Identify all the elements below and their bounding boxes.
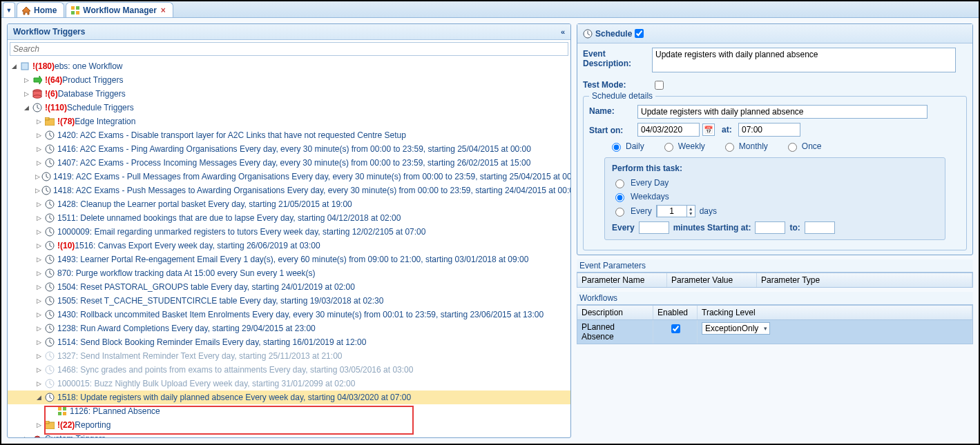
tree-schedule-item[interactable]: ▷1407: A2C Exams - Process Incoming Mess… — [8, 156, 570, 170]
expander-icon[interactable]: ▷ — [35, 173, 40, 181]
tab-bar: ▼ Home Workflow Manager × — [1, 1, 979, 18]
col-desc[interactable]: Description — [577, 306, 653, 319]
wf-enabled-checkbox[interactable] — [671, 324, 680, 333]
col-tracking[interactable]: Tracking Level — [698, 306, 972, 319]
workflow-row[interactable]: PLanned Absence ExceptionOnly — [577, 320, 973, 344]
tree-schedule-item[interactable]: ▷1511: Delete unnamed bookings that are … — [8, 211, 570, 225]
tree-schedule-item-disabled[interactable]: ▷1468: Sync grades and points from exams… — [8, 363, 570, 377]
expander-icon[interactable]: ▷ — [35, 366, 43, 374]
tree-schedule-item-disabled[interactable]: ▷1327: Send Instalment Reminder Text Eve… — [8, 349, 570, 363]
tree-item-label: 1468: Sync grades and points from exams … — [57, 365, 413, 375]
expander-icon[interactable]: ▷ — [35, 228, 43, 236]
triggers-tree[interactable]: ◢!(180)ebs: one Workflow▷!(64)Product Tr… — [8, 58, 570, 437]
tree-schedule-item[interactable]: ▷1000009: Email regarding unmarked regis… — [8, 225, 570, 239]
schedule-enabled-checkbox[interactable] — [635, 29, 644, 38]
calendar-icon[interactable]: 📅 — [702, 123, 715, 136]
tab-home[interactable]: Home — [17, 2, 64, 17]
freq-monthly[interactable]: Monthly — [722, 141, 768, 152]
tree-schedule-item[interactable]: ▷1419: A2C Exams - Pull Messages from Aw… — [8, 170, 570, 184]
to-input[interactable] — [805, 221, 835, 234]
tree-selected-item[interactable]: ◢1518: Update registers with daily plann… — [8, 390, 570, 404]
expander-icon[interactable]: ▷ — [35, 297, 43, 305]
test-mode-checkbox[interactable] — [655, 81, 664, 90]
tree-schedule-item[interactable]: ▷1514: Send Block Booking Reminder Email… — [8, 335, 570, 349]
expander-icon[interactable]: ▷ — [35, 242, 43, 250]
expander-icon[interactable]: ▷ — [35, 215, 43, 222]
expander-icon[interactable]: ▷ — [35, 132, 43, 139]
expander-icon[interactable]: ▷ — [23, 90, 30, 98]
expander-icon[interactable]: ▷ — [35, 146, 43, 153]
tree-schedule-item[interactable]: ▷1416: A2C Exams - Ping Awarding Organis… — [8, 142, 570, 156]
expander-icon[interactable]: ▷ — [35, 339, 43, 346]
expander-icon[interactable]: ▷ — [35, 380, 43, 388]
expander-icon[interactable]: ◢ — [35, 394, 43, 402]
tree-root[interactable]: ◢!(180)ebs: one Workflow — [8, 59, 570, 73]
expander-icon[interactable] — [48, 408, 55, 415]
expander-icon[interactable]: ▷ — [35, 256, 43, 264]
tree-custom-triggers[interactable]: ▷Custom Triggers — [8, 432, 570, 437]
expander-icon[interactable]: ◢ — [10, 63, 18, 70]
tree-edge-integration[interactable]: ▷!(78)Edge Integration — [8, 115, 570, 128]
expander-icon[interactable]: ◢ — [23, 104, 30, 112]
col-param-type[interactable]: Parameter Type — [757, 273, 972, 287]
tree-database-triggers[interactable]: ▷!(6)Database Triggers — [8, 87, 570, 101]
tab-close-icon[interactable]: × — [161, 6, 166, 15]
tree-schedule-item[interactable]: ▷1493: Learner Portal Re-engagement Emai… — [8, 253, 570, 266]
tree-planned-absence[interactable]: 1126: PLanned Absence — [8, 404, 570, 418]
tree-schedule-item-disabled[interactable]: ▷1000015: Buzz Nightly Bulk Upload Every… — [8, 377, 570, 390]
tree-schedule-item[interactable]: ▷1428: Cleanup the Learner portal basket… — [8, 197, 570, 211]
tree-schedule-item[interactable]: ▷1238: Run Award Completions Every day, … — [8, 322, 570, 335]
freq-daily[interactable]: Daily — [608, 141, 644, 152]
tree-schedule-item[interactable]: ▷1504: Reset PASTORAL_GROUPS table Every… — [8, 280, 570, 294]
col-param-value[interactable]: Parameter Value — [667, 273, 757, 287]
minutes-input[interactable] — [639, 221, 669, 234]
task-every-n[interactable]: Every ▲▼ days — [612, 205, 938, 217]
at-input[interactable] — [738, 123, 800, 137]
clock-icon — [44, 350, 55, 362]
workflow-triggers-panel: Workflow Triggers « ◢!(180)ebs: one Work… — [7, 23, 571, 438]
days-spinner[interactable]: ▲▼ — [656, 205, 695, 217]
expander-icon[interactable]: ▷ — [35, 201, 43, 208]
tab-dropdown[interactable]: ▼ — [3, 2, 15, 17]
freq-once[interactable]: Once — [785, 141, 822, 152]
expander-icon[interactable]: ▷ — [35, 118, 43, 126]
task-weekdays[interactable]: Weekdays — [612, 191, 938, 202]
tree-canvas-export[interactable]: ▷!(10)1516: Canvas Export Every week day… — [8, 239, 570, 253]
tree-product-triggers[interactable]: ▷!(64)Product Triggers — [8, 73, 570, 87]
tree-schedule-item[interactable]: ▷1505: Reset T_CACHE_STUDENTCIRCLE table… — [8, 294, 570, 308]
root-icon — [19, 61, 30, 72]
tab-workflow-manager[interactable]: Workflow Manager × — [66, 2, 173, 17]
expander-icon[interactable]: ▷ — [23, 435, 30, 438]
expander-icon[interactable]: ▷ — [35, 311, 43, 319]
starting-at-input[interactable] — [755, 221, 785, 234]
expander-icon[interactable]: ▷ — [35, 187, 40, 195]
clock-icon — [44, 392, 55, 403]
task-every-day[interactable]: Every Day — [612, 177, 938, 188]
wf-tracking-combo[interactable]: ExceptionOnly — [702, 322, 770, 335]
clock-icon — [44, 378, 55, 389]
tree-schedule-item[interactable]: ▷1418: A2C Exams - Push Messages to Awar… — [8, 184, 570, 197]
clock-icon — [44, 199, 55, 210]
expander-icon[interactable]: ▷ — [35, 159, 43, 167]
expander-icon[interactable]: ▷ — [35, 284, 43, 291]
expander-icon[interactable]: ▷ — [35, 325, 43, 333]
tree-schedule-item[interactable]: ▷1430: Rollback uncommited Basket Item E… — [8, 308, 570, 322]
tree-schedule-item[interactable]: ▷870: Purge workflow tracking data At 15… — [8, 266, 570, 280]
event-desc-input[interactable]: Update registers with daily planned abse… — [652, 48, 956, 72]
expander-icon[interactable]: ▷ — [35, 422, 43, 429]
svg-rect-2 — [76, 6, 79, 10]
expander-icon[interactable]: ▷ — [23, 77, 30, 84]
collapse-left-icon[interactable]: « — [561, 28, 565, 36]
expander-icon[interactable]: ▷ — [35, 353, 43, 360]
col-enabled[interactable]: Enabled — [653, 306, 698, 319]
tree-schedule-triggers[interactable]: ◢!(110)Schedule Triggers — [8, 101, 570, 115]
freq-weekly[interactable]: Weekly — [661, 141, 705, 152]
tree-schedule-item[interactable]: ▷1420: A2C Exams - Disable transport lay… — [8, 128, 570, 142]
tree-reporting[interactable]: ▷!(22)Reporting — [8, 418, 570, 432]
schedule-details-fieldset: Schedule details Name: Start on: 📅 at: — [583, 96, 967, 250]
search-input[interactable] — [10, 43, 568, 55]
start-on-input[interactable] — [637, 123, 700, 137]
name-input[interactable] — [637, 105, 928, 119]
col-param-name[interactable]: Parameter Name — [577, 273, 667, 287]
expander-icon[interactable]: ▷ — [35, 270, 43, 277]
